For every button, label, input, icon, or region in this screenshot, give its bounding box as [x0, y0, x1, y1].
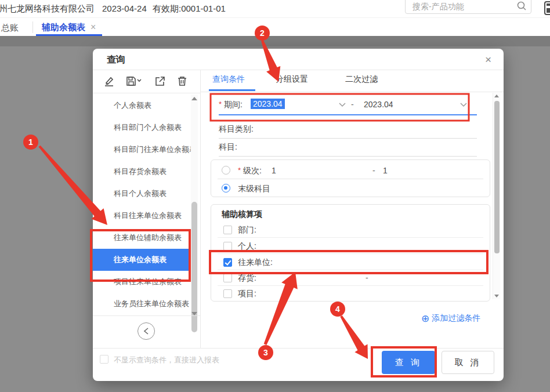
delete-icon[interactable] — [176, 75, 188, 87]
aux-title: 辅助核算项 — [222, 209, 262, 220]
header-divider — [93, 70, 504, 70]
step-badge-1 — [23, 135, 38, 150]
query-dialog: 查询 × 个人余额表 科目部门个人余额表 科目部门往来单位余额表 科 — [93, 49, 504, 381]
tab-query-conditions[interactable]: 查询条件 — [212, 74, 245, 85]
active-tab-underline — [209, 89, 255, 91]
skip-query-checkbox[interactable] — [100, 355, 108, 364]
chevron-down-icon[interactable] — [339, 103, 346, 107]
query-button[interactable]: 查 询 — [382, 351, 435, 374]
dept-checkbox[interactable] — [223, 226, 232, 234]
top-bar: 州七龙网络科技有限公司 2023-04-24 有效期:0001-01-01 搜索… — [0, 0, 550, 17]
chevron-left-icon — [143, 328, 149, 335]
list-bottom-divider — [93, 315, 200, 316]
tab-secondary-filter[interactable]: 二次过滤 — [345, 74, 378, 85]
search-icon[interactable] — [516, 1, 527, 11]
aux-row-divider — [218, 270, 483, 270]
collapse-panel-button[interactable] — [138, 322, 155, 340]
counterparty-checkbox[interactable] — [223, 258, 232, 267]
level-from-value[interactable]: 1 — [272, 166, 276, 175]
person-checkbox[interactable] — [223, 242, 232, 251]
list-item[interactable]: 科目存货余额表 — [93, 161, 191, 183]
validity-text: 有效期:0001-01-01 — [153, 3, 226, 14]
required-asterisk: * — [238, 166, 241, 175]
tab-close-icon[interactable]: × — [91, 22, 96, 32]
plus-circle-icon: ⊕ — [421, 313, 429, 324]
chevron-down-icon[interactable] — [460, 103, 467, 107]
scroll-down-icon[interactable] — [494, 295, 499, 297]
toolbar-divider — [93, 93, 200, 93]
add-filter-link[interactable]: ⊕ 添加过滤条件 — [421, 313, 480, 325]
inventory-range-dash: - — [366, 273, 368, 282]
required-asterisk: * — [219, 100, 222, 108]
person-label: 个人: — [238, 241, 256, 252]
dept-label: 部门: — [238, 225, 256, 235]
subject-label: 科目: — [219, 142, 237, 153]
step-number-1: 1 — [28, 137, 33, 147]
tab-general-ledger[interactable]: 总账 — [1, 23, 19, 34]
skip-query-label: 不显示查询条件，直接进入报表 — [114, 355, 219, 365]
level-underline — [218, 179, 483, 179]
workspace-tab-bar: 总账 辅助余额表 × — [0, 17, 550, 36]
dialog-close-icon[interactable]: × — [485, 53, 491, 66]
list-item[interactable]: 个人余额表 — [93, 95, 191, 117]
subject-category-underline[interactable] — [219, 138, 477, 139]
list-item[interactable]: 项目往来单位余额表 — [93, 271, 191, 293]
dialog-title: 查询 — [107, 54, 125, 66]
project-checkbox[interactable] — [223, 289, 232, 298]
leaf-subject-label: 末级科目 — [238, 184, 270, 194]
subject-category-label: 科目类别: — [219, 124, 254, 135]
scroll-up-icon[interactable] — [191, 97, 197, 100]
list-item[interactable]: 科目个人余额表 — [93, 183, 191, 205]
content-scrollbar[interactable] — [493, 93, 500, 299]
panel-divider — [200, 70, 201, 348]
overlay-dark-band — [0, 36, 550, 46]
company-name: 州七龙网络科技有限公司 — [0, 3, 95, 14]
list-scrollbar[interactable] — [191, 95, 198, 318]
save-dropdown-icon[interactable] — [125, 75, 142, 87]
list-item-selected[interactable]: 往来单位余额表 — [93, 249, 191, 271]
scroll-up-icon[interactable] — [494, 95, 499, 97]
search-placeholder: 搜索-产品功能 — [412, 2, 464, 12]
export-icon[interactable] — [154, 75, 166, 87]
app-window: 州七龙网络科技有限公司 2023-04-24 有效期:0001-01-01 搜索… — [0, 0, 550, 392]
calculator-icon[interactable] — [544, 1, 550, 15]
period-from-value[interactable]: 2023.04 — [251, 99, 285, 109]
list-item[interactable]: 业务员往来单位余额表 — [93, 293, 191, 315]
level-separator: - — [372, 166, 375, 175]
tab-auxiliary-balance[interactable]: 辅助余额表 — [42, 22, 85, 33]
tab-group-settings[interactable]: 分组设置 — [276, 74, 308, 85]
scroll-thumb[interactable] — [494, 101, 500, 253]
level-label: 级次: — [243, 166, 262, 176]
period-focus-underline — [219, 114, 477, 115]
period-to-value[interactable]: 2023.04 — [364, 100, 393, 109]
cancel-button[interactable]: 取 消 — [442, 351, 494, 374]
list-item[interactable]: 往来单位辅助余额表 — [93, 227, 191, 249]
aux-row-divider — [218, 285, 483, 286]
list-item[interactable]: 科目往来单位余额表 — [93, 205, 191, 227]
level-to-value[interactable]: 1 — [383, 166, 388, 175]
subject-underline[interactable] — [219, 156, 477, 157]
inventory-checkbox[interactable] — [223, 274, 232, 282]
list-item[interactable]: 科目部门往来单位余额表 — [93, 139, 191, 161]
current-date: 2023-04-24 — [102, 3, 147, 13]
footer-divider — [93, 348, 504, 349]
period-label: 期间: — [224, 100, 243, 110]
edit-icon[interactable] — [103, 75, 115, 87]
period-separator: - — [351, 100, 354, 109]
add-filter-label: 添加过滤条件 — [432, 313, 480, 322]
tabs-divider — [200, 92, 504, 92]
tab-separator — [32, 21, 33, 33]
aux-row-divider — [218, 237, 483, 238]
list-item[interactable]: 科目部门个人余额表 — [93, 117, 191, 139]
aux-row-divider — [218, 253, 483, 254]
level-radio[interactable] — [222, 166, 230, 175]
inventory-label: 存货: — [238, 273, 256, 284]
project-label: 项目: — [238, 289, 256, 299]
search-input[interactable]: 搜索-产品功能 — [405, 0, 531, 14]
leaf-subject-radio[interactable] — [222, 184, 230, 193]
counterparty-label: 往来单位: — [238, 257, 273, 268]
